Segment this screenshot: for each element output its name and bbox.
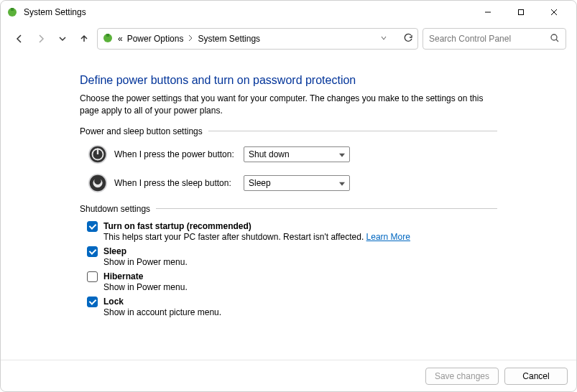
search-input[interactable] [429, 34, 545, 44]
checkbox-fast-startup[interactable] [87, 221, 98, 232]
checkbox-row-hibernate: Hibernate Show in Power menu. [87, 271, 497, 292]
app-icon-small [102, 32, 114, 46]
checkbox-lock[interactable] [87, 297, 98, 307]
app-icon [6, 6, 18, 18]
desc-fast-startup: This helps start your PC faster after sh… [103, 232, 497, 242]
breadcrumb-item-0[interactable]: Power Options [127, 34, 184, 44]
checkbox-hibernate[interactable] [87, 271, 98, 282]
refresh-button[interactable] [403, 33, 413, 45]
label-hibernate: Hibernate [103, 271, 143, 281]
label-lock: Lock [103, 297, 124, 307]
sleep-button-label: When I press the sleep button: [114, 178, 244, 188]
svg-point-15 [90, 175, 106, 192]
footer: Save changes Cancel [1, 360, 576, 391]
checkbox-row-fast-startup: Turn on fast startup (recommended) This … [87, 221, 497, 242]
navbar: « Power Options System Settings [1, 24, 576, 54]
address-bar[interactable]: « Power Options System Settings [97, 28, 418, 50]
power-icon [87, 144, 109, 165]
fieldset-power-sleep: Power and sleep button settings When I p… [80, 126, 497, 194]
close-button[interactable] [537, 1, 571, 24]
legend-power-sleep: Power and sleep button settings [80, 126, 203, 136]
rule [156, 208, 497, 209]
page-heading: Define power buttons and turn on passwor… [80, 74, 497, 87]
svg-rect-1 [11, 8, 14, 11]
back-button[interactable] [11, 30, 28, 47]
checkbox-sleep[interactable] [87, 246, 98, 257]
desc-lock: Show in account picture menu. [103, 307, 497, 317]
svg-rect-3 [519, 10, 524, 15]
breadcrumb-item-1[interactable]: System Settings [198, 34, 260, 44]
minimize-button[interactable] [471, 1, 504, 24]
save-changes-button[interactable]: Save changes [425, 368, 499, 385]
desc-hibernate: Show in Power menu. [103, 282, 497, 292]
label-sleep: Sleep [103, 246, 126, 256]
address-dropdown-icon[interactable] [380, 34, 387, 44]
power-button-select[interactable]: Shut down [244, 146, 350, 162]
learn-more-link[interactable]: Learn More [366, 232, 410, 242]
forward-button[interactable] [32, 30, 50, 47]
breadcrumb-prefix: « [118, 34, 123, 44]
power-button-label: When I press the power button: [114, 149, 244, 159]
up-button[interactable] [75, 30, 93, 47]
fieldset-shutdown: Shutdown settings Turn on fast startup (… [80, 204, 497, 317]
cancel-button[interactable]: Cancel [504, 368, 568, 385]
svg-point-8 [551, 34, 557, 40]
maximize-button[interactable] [504, 1, 537, 24]
label-fast-startup: Turn on fast startup (recommended) [103, 221, 251, 231]
window-controls [471, 1, 571, 24]
legend-shutdown: Shutdown settings [80, 204, 150, 214]
search-icon[interactable] [550, 33, 560, 45]
sleep-button-select[interactable]: Sleep [244, 175, 350, 191]
window: System Settings « Power Options System S… [0, 0, 577, 392]
checkbox-row-lock: Lock Show in account picture menu. [87, 297, 497, 317]
checkbox-row-sleep: Sleep Show in Power menu. [87, 246, 497, 267]
page-subtext: Choose the power settings that you want … [80, 93, 497, 118]
titlebar: System Settings [1, 1, 576, 24]
window-title: System Settings [24, 7, 86, 17]
search-box[interactable] [423, 28, 566, 50]
desc-sleep: Show in Power menu. [103, 257, 497, 267]
chevron-right-icon [188, 34, 193, 44]
rule [208, 131, 497, 131]
sleep-icon [87, 172, 109, 194]
svg-rect-7 [106, 34, 109, 37]
svg-line-9 [556, 39, 558, 42]
recent-locations-button[interactable] [54, 30, 71, 47]
content: Define power buttons and turn on passwor… [1, 54, 576, 360]
